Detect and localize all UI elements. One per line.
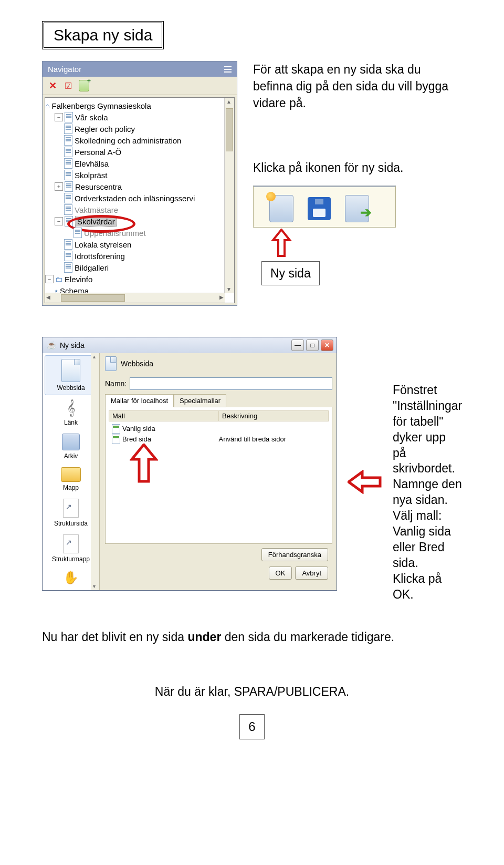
collapse-icon[interactable]: − bbox=[55, 113, 63, 121]
tree-label: Skolpräst bbox=[75, 171, 108, 180]
tree-root[interactable]: ⌂ Falkenbergs Gymnasieskola bbox=[45, 100, 225, 111]
col-beskrivning-header[interactable]: Beskrivning bbox=[219, 410, 329, 421]
save-button[interactable] bbox=[305, 194, 333, 223]
maximize-button[interactable]: □ bbox=[306, 339, 319, 351]
instr-line: Vanlig sida eller Bred sida. bbox=[393, 524, 462, 571]
sidebar-item-label: Strukturmapp bbox=[52, 555, 90, 563]
page-icon bbox=[64, 251, 72, 261]
page-icon bbox=[65, 216, 73, 226]
horizontal-scrollbar[interactable] bbox=[45, 293, 225, 303]
page-icon bbox=[64, 204, 72, 215]
tree-item[interactable]: Ordverkstaden och inläsningsservi bbox=[45, 192, 225, 204]
instr-line: Klicka på OK. bbox=[393, 571, 462, 603]
tree-item-selected[interactable]: −Skolvärdar bbox=[45, 215, 225, 227]
name-label: Namn: bbox=[105, 379, 127, 388]
tree-item[interactable]: −Vår skola bbox=[45, 111, 225, 123]
checklist-icon[interactable]: ☑ bbox=[62, 80, 74, 91]
page-icon bbox=[74, 228, 82, 238]
template-name: Vanlig sida bbox=[122, 425, 155, 432]
minimize-button[interactable]: ― bbox=[291, 339, 304, 351]
navigator-titlebar: Navigator bbox=[43, 61, 237, 77]
template-list: Mall Beskrivning Vanlig sida Bred sida bbox=[105, 407, 332, 544]
bottom-text-1: Nu har det blivit en ny sida under den s… bbox=[42, 629, 462, 646]
tree-item[interactable]: ⭑Schema bbox=[45, 285, 225, 293]
close-button[interactable]: ✕ bbox=[321, 339, 333, 351]
instr-line: Namnge den nya sidan. bbox=[393, 477, 462, 508]
java-icon: ☕ bbox=[47, 341, 57, 350]
name-input[interactable] bbox=[130, 377, 332, 390]
page-icon bbox=[64, 262, 72, 273]
tree-label: Resurscentra bbox=[75, 182, 122, 191]
new-page-button[interactable] bbox=[267, 194, 296, 223]
tree-label: Elevhälsa bbox=[75, 159, 109, 168]
page-icon bbox=[105, 356, 117, 371]
template-icon bbox=[112, 435, 120, 444]
list-icon[interactable] bbox=[224, 66, 232, 73]
tree-label: Skolledning och administration bbox=[75, 136, 181, 145]
col-mall-header[interactable]: Mall bbox=[109, 410, 219, 421]
instr-line: Välj mall: bbox=[393, 508, 462, 524]
sidebar-item-arkiv[interactable]: Arkiv bbox=[45, 430, 97, 463]
arrow-left-icon bbox=[348, 470, 382, 496]
collapse-icon[interactable]: − bbox=[55, 217, 63, 225]
tree-item[interactable]: Skolledning och administration bbox=[45, 135, 225, 146]
new-page-icon[interactable] bbox=[78, 80, 90, 91]
template-row[interactable]: Bred sida Använd till breda sidor bbox=[109, 434, 329, 445]
intro-text: För att skapa en ny sida ska du befinna … bbox=[253, 61, 462, 112]
tree-label: Ordverkstaden och inläsningsservi bbox=[75, 194, 195, 203]
arrow-up-icon bbox=[271, 229, 462, 258]
tab-specialmallar[interactable]: Specialmallar bbox=[174, 394, 226, 407]
tree-item[interactable]: Uppehållsrummet bbox=[45, 227, 225, 239]
sidebar-item-webbsida[interactable]: Webbsida bbox=[45, 355, 97, 395]
sidebar-item-lank[interactable]: 𝄞Länk bbox=[45, 396, 97, 429]
page-icon bbox=[64, 123, 72, 134]
bottom-text-2: När du är klar, SPARA/PUBLICERA. bbox=[42, 683, 462, 701]
sidebar-item-strukturmapp[interactable]: Strukturmapp bbox=[45, 531, 97, 566]
cancel-button[interactable]: Avbryt bbox=[295, 567, 328, 580]
collapse-icon[interactable]: − bbox=[45, 275, 54, 283]
tree-item[interactable]: Vaktmästare bbox=[45, 204, 225, 215]
dialog-instructions: Fönstret "Inställningar för tabell" dyke… bbox=[393, 325, 462, 602]
structure-page-icon bbox=[63, 499, 79, 518]
preview-button[interactable]: Förhandsgranska bbox=[261, 548, 328, 561]
link-icon: 𝄞 bbox=[67, 399, 76, 417]
vertical-scrollbar[interactable] bbox=[224, 98, 234, 293]
tree-item[interactable]: Personal A-Ö bbox=[45, 146, 225, 158]
tree-item[interactable]: Idrottsförening bbox=[45, 250, 225, 262]
archive-icon bbox=[62, 434, 80, 450]
tab-mallar-localhost[interactable]: Mallar för localhost bbox=[105, 394, 174, 407]
close-icon[interactable]: ✕ bbox=[47, 80, 58, 91]
ny-sida-dialog: ☕ Ny sida ― □ ✕ Webbsida 𝄞Länk Arkiv Map… bbox=[42, 337, 337, 591]
publish-button[interactable] bbox=[343, 194, 371, 223]
page-icon bbox=[64, 135, 72, 146]
tree-item[interactable]: Elevhälsa bbox=[45, 158, 225, 169]
tree-item[interactable]: Skolpräst bbox=[45, 169, 225, 181]
dialog-sidebar: Webbsida 𝄞Länk Arkiv Mapp Struktursida S… bbox=[43, 353, 100, 590]
tree-item[interactable]: Lokala styrelsen bbox=[45, 239, 225, 250]
sidebar-item-struktursida[interactable]: Struktursida bbox=[45, 496, 97, 530]
sidebar-item-label: Arkiv bbox=[64, 452, 78, 460]
tree-label: Bildgalleri bbox=[75, 263, 109, 272]
folder-icon: 🗀 bbox=[55, 275, 62, 283]
dialog-titlebar: ☕ Ny sida ― □ ✕ bbox=[43, 337, 337, 353]
tree-item[interactable]: Regler och policy bbox=[45, 123, 225, 135]
sidebar-item-label: Länk bbox=[64, 419, 78, 426]
sidebar-item-more[interactable]: ✋ bbox=[45, 567, 97, 588]
tree-item[interactable]: Bildgalleri bbox=[45, 262, 225, 273]
text-span-bold: under bbox=[187, 630, 221, 644]
navigator-tree[interactable]: ⌂ Falkenbergs Gymnasieskola −Vår skola R… bbox=[45, 98, 225, 293]
ok-button[interactable]: OK bbox=[269, 567, 292, 580]
template-row[interactable]: Vanlig sida bbox=[109, 424, 329, 434]
page-icon bbox=[64, 193, 72, 203]
tree-item[interactable]: +Resurscentra bbox=[45, 181, 225, 192]
toolbar-strip bbox=[253, 186, 396, 228]
sidebar-scrollbar[interactable] bbox=[91, 353, 99, 590]
arrow-up-icon bbox=[130, 444, 329, 485]
page-icon bbox=[65, 181, 73, 192]
ny-sida-label: Ny sida bbox=[261, 261, 320, 285]
tree-item[interactable]: −🗀Elevinfo bbox=[45, 273, 225, 285]
folder-icon bbox=[61, 467, 81, 482]
sidebar-item-mapp[interactable]: Mapp bbox=[45, 464, 97, 495]
tree-root-label: Falkenbergs Gymnasieskola bbox=[51, 101, 151, 110]
expand-icon[interactable]: + bbox=[55, 182, 63, 191]
